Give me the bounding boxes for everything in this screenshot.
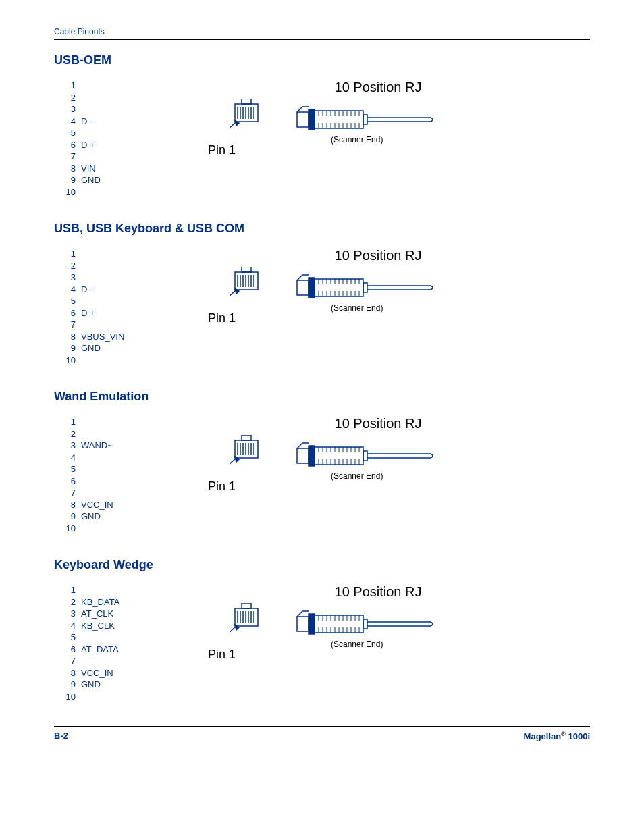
diagram-area: 10 Position RJ [142, 248, 590, 369]
pin-row: 6D + [61, 139, 142, 151]
pin-number: 3 [61, 103, 81, 115]
pin-name: VCC_IN [81, 499, 113, 511]
pin-name: D + [81, 307, 95, 319]
pin-number: 3 [61, 440, 81, 452]
pin-row: 7 [61, 487, 142, 499]
pin-row: 7 [61, 151, 142, 163]
pin-row: 3AT_CLK [61, 608, 142, 620]
pin-row: 4 [61, 452, 142, 464]
pinout-block: 123WAND~45678VCC_IN9GND1010 Position RJ [54, 416, 590, 538]
rj-plug-icon [230, 267, 270, 314]
pin-number: 6 [61, 307, 81, 319]
scanner-end-label: (Scanner End) [331, 640, 383, 649]
pin-row: 5 [61, 127, 142, 139]
pin-row: 6AT_DATA [61, 644, 142, 656]
pin-row: 9GND [61, 174, 142, 186]
diagram-area: 10 Position RJ [142, 584, 590, 706]
pin-row: 4D - [61, 115, 142, 128]
pin-number: 4 [61, 620, 81, 632]
svg-line-126 [230, 626, 236, 645]
pin1-label: Pin 1 [208, 311, 236, 325]
pin-list: 1234D -56D +78VIN9GND10 [54, 80, 142, 198]
pin-name: D - [81, 284, 92, 296]
pin-number: 9 [61, 342, 81, 355]
pin-row: 9GND [61, 511, 142, 523]
svg-rect-36 [363, 115, 367, 124]
scanner-end-label: (Scanner End) [331, 135, 383, 145]
svg-marker-127 [235, 625, 239, 630]
pin-row: 3 [61, 271, 142, 284]
pin-number: 5 [61, 295, 81, 307]
pin-name: GND [81, 174, 101, 186]
svg-line-9 [230, 122, 236, 140]
svg-rect-129 [309, 614, 315, 634]
pin-name: KB_CLK [81, 620, 115, 632]
svg-line-48 [230, 290, 236, 309]
scanner-end-label: (Scanner End) [331, 471, 383, 481]
svg-rect-117 [242, 603, 251, 608]
pin1-label: Pin 1 [208, 479, 236, 494]
pin-number: 7 [61, 655, 81, 667]
svg-marker-88 [235, 457, 239, 462]
scanner-end-label: (Scanner End) [331, 303, 383, 313]
rj-plug-icon [230, 603, 270, 650]
rj-jack-icon [296, 439, 444, 473]
pin-row: 5 [61, 463, 142, 475]
pin-row: 7 [61, 319, 142, 331]
pin-row: 4KB_CLK [61, 620, 142, 632]
pin-number: 8 [61, 499, 81, 511]
pin-name: GND [81, 342, 101, 355]
pin-number: 1 [61, 80, 81, 92]
pin-row: 1 [61, 416, 142, 428]
pin-row: 8VBUS_VIN [61, 331, 142, 343]
svg-rect-40 [235, 272, 258, 290]
pin-name: D - [81, 115, 92, 128]
diagram-title: 10 Position RJ [290, 584, 466, 600]
pin-name: GND [81, 511, 101, 523]
pin-number: 10 [61, 186, 81, 199]
product-name-b: 1000i [566, 731, 590, 741]
pin-name: GND [81, 679, 101, 691]
section-title: Wand Emulation [54, 390, 590, 404]
section-title: USB-OEM [54, 53, 590, 68]
pin-row: 5 [61, 631, 142, 644]
pin-number: 7 [61, 487, 81, 499]
pin-number: 4 [61, 284, 81, 296]
svg-rect-1 [235, 104, 258, 122]
pin-row: 2 [61, 260, 142, 272]
pin-name: KB_DATA [81, 596, 119, 608]
pin1-label: Pin 1 [208, 648, 236, 662]
pin-row: 3 [61, 103, 142, 115]
svg-rect-118 [235, 608, 258, 626]
pin-name: VIN [81, 163, 96, 175]
pin-number: 10 [61, 355, 81, 367]
pin-row: 1 [61, 248, 142, 260]
pin-row: 1 [61, 80, 142, 92]
pin-number: 5 [61, 463, 81, 475]
pin-name: AT_CLK [81, 608, 113, 620]
pin-row: 10 [61, 523, 142, 535]
svg-marker-10 [235, 120, 239, 126]
pin-name: AT_DATA [81, 644, 119, 656]
pin-row: 8VCC_IN [61, 499, 142, 511]
pin-number: 8 [61, 331, 81, 343]
pin-row: 9GND [61, 342, 142, 355]
pin-number: 8 [61, 667, 81, 679]
section-title: Keyboard Wedge [54, 558, 590, 572]
pinout-block: 1234D -56D +78VIN9GND1010 Position RJ [54, 80, 590, 201]
svg-rect-12 [309, 109, 315, 130]
pin-list: 12KB_DATA3AT_CLK4KB_CLK56AT_DATA78VCC_IN… [54, 584, 142, 702]
svg-rect-51 [309, 278, 315, 298]
svg-rect-89 [297, 448, 309, 463]
pin-number: 1 [61, 584, 81, 596]
pin-number: 4 [61, 115, 81, 128]
diagram-area: 10 Position RJ [142, 80, 590, 201]
page-number: B-2 [54, 731, 68, 741]
pin-number: 1 [61, 416, 81, 428]
pin-row: 3WAND~ [61, 440, 142, 452]
pin-name: VBUS_VIN [81, 331, 124, 343]
pin-row: 10 [61, 355, 142, 367]
pin-number: 5 [61, 127, 81, 139]
pin-number: 7 [61, 151, 81, 163]
page-footer: B-2 Magellan® 1000i [54, 726, 590, 741]
